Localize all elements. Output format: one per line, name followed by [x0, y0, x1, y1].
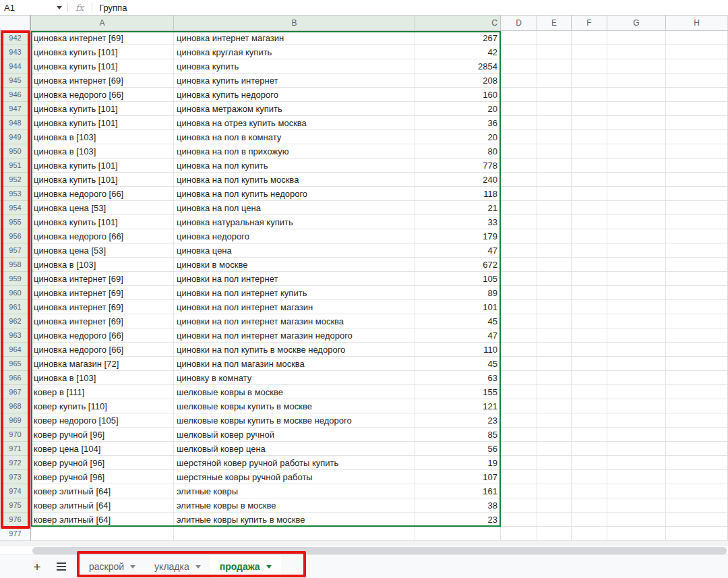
grid-cell[interactable]: [501, 88, 537, 102]
grid-cell[interactable]: циновки на пол интернет: [174, 272, 415, 286]
grid-cell[interactable]: [607, 513, 666, 527]
grid-cell[interactable]: [501, 470, 537, 484]
grid-cell[interactable]: [572, 116, 607, 130]
grid-cell[interactable]: 672: [415, 258, 501, 272]
row-header-955[interactable]: 955: [0, 215, 31, 229]
grid-cell[interactable]: [501, 258, 537, 272]
horizontal-scrollbar[interactable]: [32, 547, 727, 554]
grid-cell[interactable]: циновка купить интернет: [174, 74, 415, 88]
grid-cell[interactable]: циновка недорого [66]: [31, 229, 174, 243]
grid-cell[interactable]: [537, 300, 572, 314]
grid-cell[interactable]: 107: [415, 470, 501, 484]
grid-cell[interactable]: 63: [415, 371, 501, 385]
grid-cell[interactable]: шелковый ковер ручной: [174, 428, 415, 442]
grid-cell[interactable]: циновка на пол купить: [174, 158, 415, 173]
grid-cell[interactable]: 45: [415, 357, 501, 371]
select-all-corner[interactable]: [0, 15, 31, 31]
grid-cell[interactable]: [666, 470, 728, 484]
grid-cell[interactable]: [537, 243, 572, 258]
grid-cell[interactable]: циновка в [103]: [31, 258, 174, 272]
grid-cell[interactable]: [666, 428, 728, 442]
grid-cell[interactable]: [607, 371, 666, 385]
grid-cell[interactable]: [537, 258, 572, 272]
grid-cell[interactable]: [666, 328, 728, 343]
grid-cell[interactable]: [572, 385, 607, 399]
grid-cell[interactable]: [607, 527, 666, 541]
grid-cell[interactable]: [607, 272, 666, 286]
row-header-967[interactable]: 967: [0, 385, 31, 399]
grid-cell[interactable]: [501, 413, 537, 428]
row-header-951[interactable]: 951: [0, 158, 31, 173]
row-header-958[interactable]: 958: [0, 258, 31, 272]
grid-cell[interactable]: [537, 513, 572, 527]
grid-cell[interactable]: [607, 229, 666, 243]
grid-cell[interactable]: [666, 74, 728, 88]
grid-cell[interactable]: циновка купить [101]: [31, 59, 174, 74]
row-header-945[interactable]: 945: [0, 74, 31, 88]
grid-cell[interactable]: [501, 243, 537, 258]
grid-cell[interactable]: [607, 413, 666, 428]
grid-cell[interactable]: [537, 201, 572, 215]
row-header-969[interactable]: 969: [0, 413, 31, 428]
grid-cell[interactable]: [607, 314, 666, 328]
grid-cell[interactable]: [666, 314, 728, 328]
grid-cell[interactable]: циновка магазин [72]: [31, 357, 174, 371]
grid-cell[interactable]: циновка на пол цена: [174, 201, 415, 215]
grid-cell[interactable]: шелковый ковер цена: [174, 442, 415, 456]
grid-cell[interactable]: циновка недорого [66]: [31, 328, 174, 343]
row-header-976[interactable]: 976: [0, 513, 31, 527]
grid-cell[interactable]: [572, 470, 607, 484]
grid-cell[interactable]: циновки на пол интернет магазин москва: [174, 314, 415, 328]
grid-cell[interactable]: циновка интернет [69]: [31, 286, 174, 300]
grid-cell[interactable]: [572, 527, 607, 541]
grid-cell[interactable]: [537, 413, 572, 428]
grid-cell[interactable]: элитные ковры в москве: [174, 498, 415, 513]
grid-cell[interactable]: [607, 158, 666, 173]
grid-cell[interactable]: 21: [415, 201, 501, 215]
column-header-b[interactable]: B: [174, 15, 415, 31]
row-header-947[interactable]: 947: [0, 102, 31, 116]
grid-cell[interactable]: [537, 328, 572, 343]
grid-cell[interactable]: ковер элитный [64]: [31, 513, 174, 527]
grid-cell[interactable]: [537, 102, 572, 116]
grid-cell[interactable]: [666, 456, 728, 470]
row-header-952[interactable]: 952: [0, 173, 31, 187]
grid-cell[interactable]: [666, 102, 728, 116]
row-header-943[interactable]: 943: [0, 45, 31, 59]
grid-cell[interactable]: [666, 116, 728, 130]
grid-cell[interactable]: [666, 286, 728, 300]
grid-cell[interactable]: [572, 243, 607, 258]
row-header-971[interactable]: 971: [0, 442, 31, 456]
grid-cell[interactable]: циновку в комнату: [174, 371, 415, 385]
grid-cell[interactable]: [607, 116, 666, 130]
grid-cell[interactable]: [666, 527, 728, 541]
grid-cell[interactable]: циновки на пол интернет магазин недорого: [174, 328, 415, 343]
column-header-e[interactable]: E: [537, 15, 572, 31]
grid-cell[interactable]: [537, 229, 572, 243]
grid-cell[interactable]: циновка купить [101]: [31, 116, 174, 130]
grid-cell[interactable]: [607, 428, 666, 442]
row-header-970[interactable]: 970: [0, 428, 31, 442]
grid-cell[interactable]: [607, 442, 666, 456]
grid-cell[interactable]: [501, 343, 537, 357]
grid-cell[interactable]: 23: [415, 513, 501, 527]
grid-cell[interactable]: [537, 88, 572, 102]
grid-cell[interactable]: [607, 130, 666, 144]
grid-cell[interactable]: [501, 102, 537, 116]
column-header-a[interactable]: A: [31, 15, 174, 31]
grid-cell[interactable]: [572, 357, 607, 371]
grid-cell[interactable]: ковер в [111]: [31, 385, 174, 399]
grid-cell[interactable]: циновка на отрез купить москва: [174, 116, 415, 130]
grid-cell[interactable]: [666, 258, 728, 272]
all-sheets-button[interactable]: [53, 558, 70, 575]
grid-cell[interactable]: циновка купить: [174, 59, 415, 74]
grid-cell[interactable]: [666, 399, 728, 413]
grid-cell[interactable]: шелковые ковры в москве: [174, 385, 415, 399]
grid-cell[interactable]: [666, 201, 728, 215]
row-header-948[interactable]: 948: [0, 116, 31, 130]
grid-cell[interactable]: 240: [415, 173, 501, 187]
grid-cell[interactable]: 42: [415, 45, 501, 59]
grid-cell[interactable]: 179: [415, 229, 501, 243]
grid-cell[interactable]: [501, 328, 537, 343]
grid-cell[interactable]: [607, 74, 666, 88]
